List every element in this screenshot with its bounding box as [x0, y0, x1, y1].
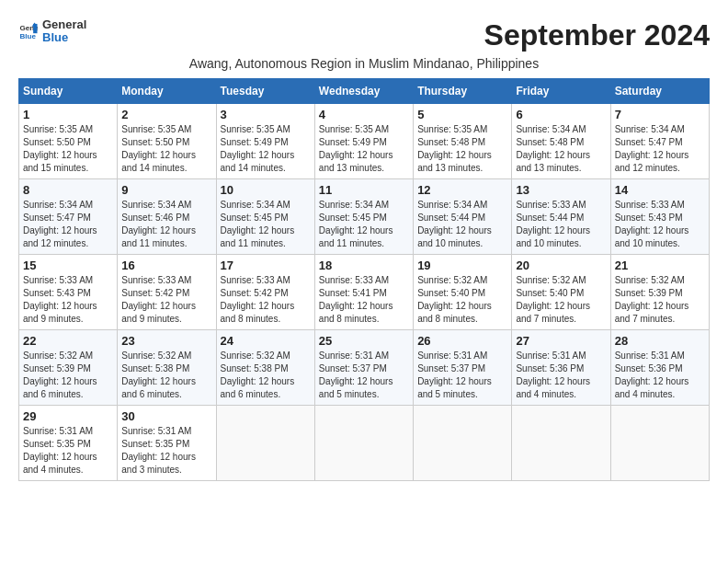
table-row	[512, 406, 610, 481]
day-number: 17	[221, 259, 311, 272]
day-info: Sunrise: 5:31 AM Sunset: 5:36 PM Dayligh…	[615, 350, 705, 401]
day-info: Sunrise: 5:34 AM Sunset: 5:44 PM Dayligh…	[417, 199, 507, 250]
day-info: Sunrise: 5:32 AM Sunset: 5:38 PM Dayligh…	[221, 350, 311, 401]
col-tuesday: Tuesday	[216, 79, 314, 104]
day-info: Sunrise: 5:35 AM Sunset: 5:50 PM Dayligh…	[23, 123, 113, 175]
day-number: 9	[121, 183, 211, 197]
day-number: 19	[417, 259, 507, 272]
logo-general-text: General	[42, 18, 86, 31]
table-row: 8Sunrise: 5:34 AM Sunset: 5:47 PM Daylig…	[19, 179, 118, 255]
table-row: 29Sunrise: 5:31 AM Sunset: 5:35 PM Dayli…	[19, 406, 118, 481]
day-number: 13	[516, 183, 606, 197]
logo: General Blue General Blue	[18, 18, 86, 45]
day-number: 24	[221, 334, 311, 348]
table-row: 2Sunrise: 5:35 AM Sunset: 5:50 PM Daylig…	[118, 104, 216, 179]
table-row: 15Sunrise: 5:33 AM Sunset: 5:43 PM Dayli…	[19, 255, 118, 330]
day-info: Sunrise: 5:31 AM Sunset: 5:37 PM Dayligh…	[417, 350, 507, 401]
day-number: 14	[615, 183, 705, 197]
day-info: Sunrise: 5:33 AM Sunset: 5:41 PM Dayligh…	[319, 274, 409, 326]
col-sunday: Sunday	[19, 79, 118, 104]
day-info: Sunrise: 5:32 AM Sunset: 5:39 PM Dayligh…	[23, 350, 113, 401]
day-number: 18	[319, 259, 409, 272]
table-row: 9Sunrise: 5:34 AM Sunset: 5:46 PM Daylig…	[118, 179, 216, 255]
day-number: 29	[23, 409, 113, 423]
day-number: 8	[23, 183, 113, 197]
day-number: 1	[23, 108, 113, 121]
col-wednesday: Wednesday	[314, 79, 413, 104]
day-info: Sunrise: 5:35 AM Sunset: 5:49 PM Dayligh…	[221, 123, 311, 175]
day-info: Sunrise: 5:33 AM Sunset: 5:42 PM Dayligh…	[121, 274, 211, 326]
page-header: General Blue General Blue September 2024	[18, 18, 710, 52]
day-number: 23	[121, 334, 211, 348]
day-info: Sunrise: 5:35 AM Sunset: 5:48 PM Dayligh…	[417, 123, 507, 175]
col-monday: Monday	[118, 79, 216, 104]
day-number: 25	[319, 334, 409, 348]
month-title: September 2024	[484, 18, 710, 52]
day-info: Sunrise: 5:34 AM Sunset: 5:48 PM Dayligh…	[516, 123, 606, 175]
calendar-week-row: 29Sunrise: 5:31 AM Sunset: 5:35 PM Dayli…	[19, 406, 710, 481]
table-row: 19Sunrise: 5:32 AM Sunset: 5:40 PM Dayli…	[414, 255, 512, 330]
day-number: 21	[615, 259, 705, 272]
day-info: Sunrise: 5:31 AM Sunset: 5:35 PM Dayligh…	[23, 425, 113, 477]
table-row: 23Sunrise: 5:32 AM Sunset: 5:38 PM Dayli…	[118, 330, 216, 406]
day-number: 10	[221, 183, 311, 197]
calendar-week-row: 22Sunrise: 5:32 AM Sunset: 5:39 PM Dayli…	[19, 330, 710, 406]
col-thursday: Thursday	[414, 79, 512, 104]
day-info: Sunrise: 5:32 AM Sunset: 5:38 PM Dayligh…	[121, 350, 211, 401]
calendar-week-row: 1Sunrise: 5:35 AM Sunset: 5:50 PM Daylig…	[19, 104, 710, 179]
day-info: Sunrise: 5:33 AM Sunset: 5:43 PM Dayligh…	[23, 274, 113, 326]
day-info: Sunrise: 5:34 AM Sunset: 5:47 PM Dayligh…	[615, 123, 705, 175]
day-number: 4	[319, 108, 409, 121]
logo-blue-text: Blue	[42, 31, 86, 44]
day-number: 28	[615, 334, 705, 348]
calendar-week-row: 15Sunrise: 5:33 AM Sunset: 5:43 PM Dayli…	[19, 255, 710, 330]
calendar-week-row: 8Sunrise: 5:34 AM Sunset: 5:47 PM Daylig…	[19, 179, 710, 255]
day-number: 12	[417, 183, 507, 197]
table-row: 30Sunrise: 5:31 AM Sunset: 5:35 PM Dayli…	[118, 406, 216, 481]
day-number: 27	[516, 334, 606, 348]
table-row: 13Sunrise: 5:33 AM Sunset: 5:44 PM Dayli…	[512, 179, 610, 255]
table-row	[216, 406, 314, 481]
table-row	[314, 406, 413, 481]
calendar-subtitle: Awang, Autonomous Region in Muslim Minda…	[18, 56, 710, 71]
day-number: 6	[516, 108, 606, 121]
day-number: 2	[121, 108, 211, 121]
table-row: 14Sunrise: 5:33 AM Sunset: 5:43 PM Dayli…	[610, 179, 709, 255]
day-number: 7	[615, 108, 705, 121]
table-row	[610, 406, 709, 481]
day-info: Sunrise: 5:31 AM Sunset: 5:35 PM Dayligh…	[121, 425, 211, 477]
table-row: 28Sunrise: 5:31 AM Sunset: 5:36 PM Dayli…	[610, 330, 709, 406]
table-row: 10Sunrise: 5:34 AM Sunset: 5:45 PM Dayli…	[216, 179, 314, 255]
table-row: 6Sunrise: 5:34 AM Sunset: 5:48 PM Daylig…	[512, 104, 610, 179]
table-row: 21Sunrise: 5:32 AM Sunset: 5:39 PM Dayli…	[610, 255, 709, 330]
col-friday: Friday	[512, 79, 610, 104]
day-info: Sunrise: 5:32 AM Sunset: 5:40 PM Dayligh…	[417, 274, 507, 326]
day-number: 20	[516, 259, 606, 272]
table-row: 22Sunrise: 5:32 AM Sunset: 5:39 PM Dayli…	[19, 330, 118, 406]
day-info: Sunrise: 5:31 AM Sunset: 5:37 PM Dayligh…	[319, 350, 409, 401]
day-info: Sunrise: 5:34 AM Sunset: 5:46 PM Dayligh…	[121, 199, 211, 250]
table-row: 12Sunrise: 5:34 AM Sunset: 5:44 PM Dayli…	[414, 179, 512, 255]
day-number: 26	[417, 334, 507, 348]
day-info: Sunrise: 5:33 AM Sunset: 5:44 PM Dayligh…	[516, 199, 606, 250]
table-row: 16Sunrise: 5:33 AM Sunset: 5:42 PM Dayli…	[118, 255, 216, 330]
day-info: Sunrise: 5:32 AM Sunset: 5:40 PM Dayligh…	[516, 274, 606, 326]
table-row: 3Sunrise: 5:35 AM Sunset: 5:49 PM Daylig…	[216, 104, 314, 179]
day-info: Sunrise: 5:33 AM Sunset: 5:43 PM Dayligh…	[615, 199, 705, 250]
day-info: Sunrise: 5:34 AM Sunset: 5:45 PM Dayligh…	[221, 199, 311, 250]
table-row: 7Sunrise: 5:34 AM Sunset: 5:47 PM Daylig…	[610, 104, 709, 179]
table-row	[414, 406, 512, 481]
day-info: Sunrise: 5:34 AM Sunset: 5:45 PM Dayligh…	[319, 199, 409, 250]
svg-text:Blue: Blue	[19, 32, 36, 40]
day-number: 11	[319, 183, 409, 197]
table-row: 1Sunrise: 5:35 AM Sunset: 5:50 PM Daylig…	[19, 104, 118, 179]
table-row: 4Sunrise: 5:35 AM Sunset: 5:49 PM Daylig…	[314, 104, 413, 179]
day-info: Sunrise: 5:34 AM Sunset: 5:47 PM Dayligh…	[23, 199, 113, 250]
calendar-table: Sunday Monday Tuesday Wednesday Thursday…	[18, 78, 710, 481]
table-row: 25Sunrise: 5:31 AM Sunset: 5:37 PM Dayli…	[314, 330, 413, 406]
day-info: Sunrise: 5:33 AM Sunset: 5:42 PM Dayligh…	[221, 274, 311, 326]
table-row: 26Sunrise: 5:31 AM Sunset: 5:37 PM Dayli…	[414, 330, 512, 406]
day-number: 15	[23, 259, 113, 272]
day-info: Sunrise: 5:32 AM Sunset: 5:39 PM Dayligh…	[615, 274, 705, 326]
table-row: 17Sunrise: 5:33 AM Sunset: 5:42 PM Dayli…	[216, 255, 314, 330]
